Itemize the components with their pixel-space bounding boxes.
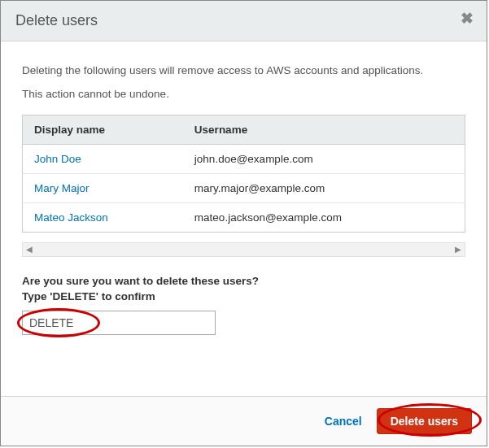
user-username: john.doe@example.com <box>183 145 465 174</box>
user-link[interactable]: Mary Major <box>34 182 90 194</box>
dialog-title: Delete users <box>15 12 98 28</box>
user-username: mateo.jackson@example.com <box>183 203 465 233</box>
delete-users-button[interactable]: Delete users <box>377 408 472 434</box>
user-link[interactable]: Mateo Jackson <box>34 211 108 224</box>
close-icon[interactable]: ✖ <box>457 9 477 28</box>
dialog-header: Delete users ✖ <box>1 1 487 41</box>
table-row: Mary Major mary.major@example.com <box>23 174 465 203</box>
confirm-input[interactable] <box>22 311 216 335</box>
col-username: Username <box>183 115 465 145</box>
user-link[interactable]: John Doe <box>34 153 81 165</box>
cancel-button[interactable]: Cancel <box>313 408 373 434</box>
users-table: Display name Username John Doe john.doe@… <box>22 115 465 233</box>
col-display-name: Display name <box>23 115 183 145</box>
confirm-question: Are you sure you want to delete these us… <box>22 275 465 287</box>
dialog-body: Deleting the following users will remove… <box>1 41 487 396</box>
user-username: mary.major@example.com <box>183 174 465 203</box>
delete-users-dialog: Delete users ✖ Deleting the following us… <box>0 0 487 446</box>
horizontal-scrollbar[interactable] <box>22 242 465 257</box>
confirm-instruction: Type 'DELETE' to confirm <box>22 290 465 302</box>
dialog-warning-text: This action cannot be undone. <box>22 88 465 100</box>
table-row: Mateo Jackson mateo.jackson@example.com <box>23 203 465 233</box>
dialog-lead-text: Deleting the following users will remove… <box>22 64 465 76</box>
table-row: John Doe john.doe@example.com <box>23 145 465 174</box>
dialog-footer: Cancel Delete users <box>1 396 487 446</box>
